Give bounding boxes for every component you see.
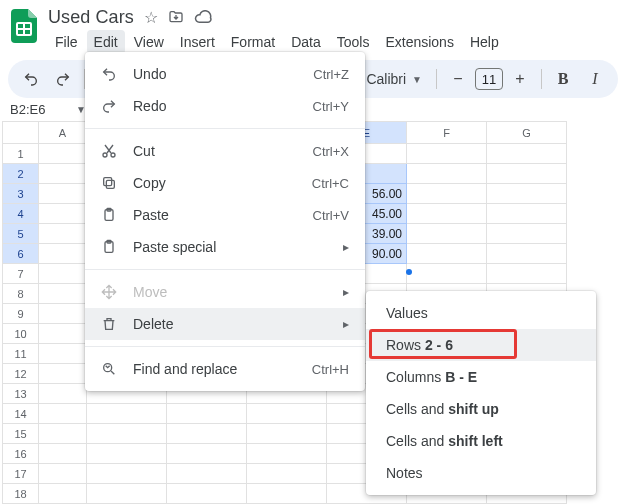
font-size-increase[interactable]: + [507, 66, 533, 92]
submenu-item[interactable]: Cells and shift left [366, 425, 596, 457]
redo-icon [99, 98, 119, 114]
menu-divider [85, 346, 365, 347]
menu-help[interactable]: Help [463, 30, 506, 54]
menu-label: Paste [133, 207, 279, 223]
col-header-f[interactable]: F [407, 122, 487, 144]
row-header[interactable]: 12 [3, 364, 39, 384]
svg-rect-5 [106, 180, 114, 188]
row-header[interactable]: 6 [3, 244, 39, 264]
font-family-select[interactable]: Calibri ▼ [360, 71, 428, 87]
menu-shortcut: Ctrl+X [313, 144, 349, 159]
row-header[interactable]: 1 [3, 144, 39, 164]
submenu-item[interactable]: Columns B - E [366, 361, 596, 393]
submenu-item[interactable]: Cells and shift up [366, 393, 596, 425]
row-header[interactable]: 5 [3, 224, 39, 244]
chevron-right-icon: ▸ [343, 285, 349, 299]
menu-label: Cut [133, 143, 279, 159]
menu-item-redo[interactable]: RedoCtrl+Y [85, 90, 365, 122]
row-header[interactable]: 11 [3, 344, 39, 364]
menu-tools[interactable]: Tools [330, 30, 377, 54]
move-to-folder-icon[interactable] [168, 9, 184, 25]
doc-title[interactable]: Used Cars [48, 7, 134, 28]
row-header[interactable]: 17 [3, 464, 39, 484]
separator [436, 69, 437, 89]
menu-edit[interactable]: Edit [87, 30, 125, 54]
cut-icon [99, 143, 119, 159]
menu-item-paste-special[interactable]: Paste special▸ [85, 231, 365, 263]
selection-handle[interactable] [406, 269, 412, 275]
col-header-g[interactable]: G [487, 122, 567, 144]
menu-label: Paste special [133, 239, 309, 255]
sheets-logo[interactable] [8, 10, 40, 42]
delete-submenu: ValuesRows 2 - 6Columns B - ECells and s… [366, 291, 596, 495]
menu-item-find-and-replace[interactable]: Find and replaceCtrl+H [85, 353, 365, 385]
menu-item-copy[interactable]: CopyCtrl+C [85, 167, 365, 199]
row-header[interactable]: 4 [3, 204, 39, 224]
menu-label: Delete [133, 316, 309, 332]
row-header[interactable]: 14 [3, 404, 39, 424]
menubar: File Edit View Insert Format Data Tools … [48, 30, 506, 54]
submenu-label: Columns B - E [386, 369, 580, 385]
row-header[interactable]: 18 [3, 484, 39, 504]
delete-icon [99, 316, 119, 332]
svg-point-4 [111, 153, 115, 157]
select-all-corner[interactable] [3, 122, 39, 144]
menu-shortcut: Ctrl+Y [313, 99, 349, 114]
submenu-item[interactable]: Notes [366, 457, 596, 489]
row-header[interactable]: 10 [3, 324, 39, 344]
submenu-item[interactable]: Values [366, 297, 596, 329]
font-size-input[interactable]: 11 [475, 68, 503, 90]
menu-divider [85, 269, 365, 270]
menu-item-paste[interactable]: PasteCtrl+V [85, 199, 365, 231]
row-header[interactable]: 16 [3, 444, 39, 464]
menu-file[interactable]: File [48, 30, 85, 54]
menu-extensions[interactable]: Extensions [378, 30, 460, 54]
bold-button[interactable]: B [550, 66, 576, 92]
menu-item-undo[interactable]: UndoCtrl+Z [85, 58, 365, 90]
menu-label: Undo [133, 66, 279, 82]
cloud-status-icon[interactable] [194, 10, 212, 24]
row-header[interactable]: 7 [3, 264, 39, 284]
row-header[interactable]: 15 [3, 424, 39, 444]
row-header[interactable]: 3 [3, 184, 39, 204]
submenu-label: Cells and shift up [386, 401, 580, 417]
col-header-a[interactable]: A [39, 122, 87, 144]
submenu-label: Notes [386, 465, 580, 481]
menu-data[interactable]: Data [284, 30, 328, 54]
redo-button[interactable] [50, 66, 76, 92]
menu-format[interactable]: Format [224, 30, 282, 54]
move-icon [99, 284, 119, 300]
submenu-item[interactable]: Rows 2 - 6 [366, 329, 596, 361]
menu-item-cut[interactable]: CutCtrl+X [85, 135, 365, 167]
svg-rect-6 [104, 178, 112, 186]
row-header[interactable]: 13 [3, 384, 39, 404]
row-header[interactable]: 2 [3, 164, 39, 184]
menu-label: Find and replace [133, 361, 278, 377]
menu-item-move: Move▸ [85, 276, 365, 308]
menu-label: Redo [133, 98, 279, 114]
menu-label: Move [133, 284, 309, 300]
menu-shortcut: Ctrl+H [312, 362, 349, 377]
font-size-decrease[interactable]: − [445, 66, 471, 92]
undo-button[interactable] [18, 66, 44, 92]
star-icon[interactable]: ☆ [144, 8, 158, 27]
menu-insert[interactable]: Insert [173, 30, 222, 54]
menu-shortcut: Ctrl+C [312, 176, 349, 191]
chevron-right-icon: ▸ [343, 317, 349, 331]
menu-divider [85, 128, 365, 129]
submenu-label: Cells and shift left [386, 433, 580, 449]
chevron-right-icon: ▸ [343, 240, 349, 254]
paste-icon [99, 239, 119, 255]
submenu-label: Values [386, 305, 580, 321]
menu-view[interactable]: View [127, 30, 171, 54]
name-box[interactable]: B2:E6 [10, 102, 74, 117]
menu-label: Copy [133, 175, 278, 191]
edit-menu-dropdown: UndoCtrl+ZRedoCtrl+YCutCtrl+XCopyCtrl+CP… [85, 52, 365, 391]
row-header[interactable]: 8 [3, 284, 39, 304]
italic-button[interactable]: I [582, 66, 608, 92]
menu-item-delete[interactable]: Delete▸ [85, 308, 365, 340]
chevron-down-icon: ▼ [412, 74, 422, 85]
separator [541, 69, 542, 89]
row-header[interactable]: 9 [3, 304, 39, 324]
svg-point-3 [103, 153, 107, 157]
